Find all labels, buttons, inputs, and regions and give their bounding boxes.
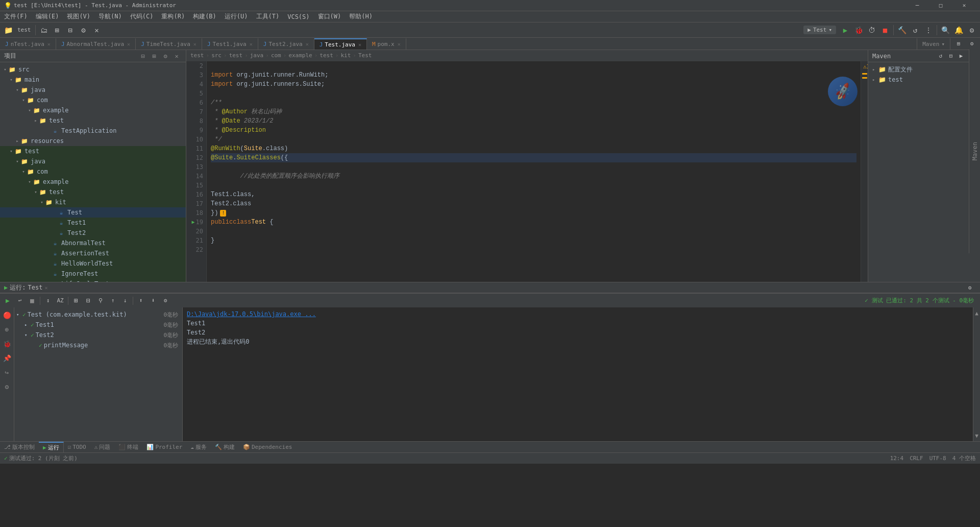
tab-test1[interactable]: J Test1.java ✕ bbox=[202, 38, 258, 50]
settings-gear-btn[interactable]: ⚙ bbox=[966, 24, 978, 36]
refresh-btn[interactable]: ↺ bbox=[909, 24, 921, 36]
collapse-btn[interactable]: ⊟ bbox=[64, 24, 77, 36]
menu-build[interactable]: 构建(B) bbox=[189, 11, 220, 22]
status-line-ending[interactable]: CRLF bbox=[910, 455, 923, 462]
build-btn[interactable]: 🔨 bbox=[896, 24, 908, 36]
editor-settings-btn[interactable]: ⚙ bbox=[966, 38, 978, 50]
bottom-tab-problems[interactable]: ⚠ 问题 bbox=[90, 442, 115, 452]
tree-item-IgnoreTest[interactable]: ▸ ☕ IgnoreTest bbox=[0, 269, 186, 279]
tab-ntest[interactable]: J nTest.java ✕ bbox=[0, 38, 56, 50]
bp-icon-pin[interactable]: 📌 bbox=[2, 352, 13, 364]
debug-button[interactable]: 🐞 bbox=[852, 24, 865, 36]
tab-timetest[interactable]: J TimeTest.java ✕ bbox=[136, 38, 202, 50]
menu-refactor[interactable]: 重构(R) bbox=[157, 11, 189, 22]
tab-close-test2[interactable]: ✕ bbox=[306, 41, 309, 47]
menu-code[interactable]: 代码(C) bbox=[126, 11, 158, 22]
tree-item-example-main[interactable]: ▾ 📁 example bbox=[0, 105, 186, 115]
maven-vertical-text[interactable]: Maven bbox=[971, 142, 978, 160]
close-sidebar-btn[interactable]: ✕ bbox=[91, 24, 103, 36]
rerun-failed-btn[interactable]: ↩ bbox=[14, 295, 26, 306]
bp-scroll-down[interactable]: ▼ bbox=[973, 432, 981, 439]
tree-item-java-main[interactable]: ▾ 📁 java bbox=[0, 85, 186, 95]
bp-icon-forward[interactable]: ↪ bbox=[2, 367, 13, 378]
tab-close-pom[interactable]: ✕ bbox=[398, 41, 401, 47]
sort-tests-btn[interactable]: ↕ bbox=[42, 295, 54, 306]
stop-run-btn[interactable]: ■ bbox=[27, 295, 38, 306]
menu-vcs[interactable]: VCS(S) bbox=[283, 11, 313, 22]
more-actions-btn[interactable]: ⋮ bbox=[922, 24, 935, 36]
tree-item-Test[interactable]: ▸ ☕ Test bbox=[0, 207, 186, 218]
tree-item-LifeCycleTest[interactable]: ▸ ☕ LifeCycleTest bbox=[0, 279, 186, 282]
tree-item-example-test[interactable]: ▾ 📁 example bbox=[0, 177, 186, 187]
maven-item-config[interactable]: ▸ 📁 配置文件 bbox=[870, 64, 978, 75]
tree-item-src[interactable]: ▾ 📁 src bbox=[0, 64, 186, 75]
maven-collapse-btn[interactable]: ⊟ bbox=[946, 52, 955, 61]
bottom-tab-todo[interactable]: ☑ TODO bbox=[64, 443, 90, 451]
tree-item-AbnormalTest[interactable]: ▸ ☕ AbnormalTest bbox=[0, 238, 186, 248]
tree-item-Test2[interactable]: ▸ ☕ Test2 bbox=[0, 228, 186, 238]
tree-item-AssertionTest[interactable]: ▸ ☕ AssertionTest bbox=[0, 248, 186, 258]
tab-close-test1[interactable]: ✕ bbox=[250, 41, 253, 47]
run-bar-test-label[interactable]: Test bbox=[28, 284, 42, 291]
bp-icon-filter[interactable]: ⚙ bbox=[2, 381, 13, 392]
maven-item-test[interactable]: ▸ 📁 test bbox=[870, 75, 978, 85]
project-view-icon[interactable]: 📁 bbox=[2, 24, 14, 36]
tab-test2[interactable]: J Test2.java ✕ bbox=[258, 38, 314, 50]
maximize-button[interactable]: □ bbox=[929, 0, 952, 11]
run-settings-btn[interactable]: ⚙ bbox=[964, 281, 976, 294]
status-indent[interactable]: 4 个空格 bbox=[952, 454, 976, 462]
status-encoding[interactable]: UTF-8 bbox=[929, 455, 946, 462]
breadcrumb-example[interactable]: example bbox=[288, 52, 312, 59]
sidebar-close[interactable]: ✕ bbox=[172, 51, 182, 61]
sidebar-expand-all[interactable]: ⊞ bbox=[149, 51, 159, 61]
maven-run-btn[interactable]: ▶ bbox=[957, 52, 966, 61]
export-test-btn[interactable]: ⬆ bbox=[135, 295, 146, 306]
test-tree-root[interactable]: ▾ ✓ Test (com.example.test.kit) 0毫秒 bbox=[14, 309, 182, 320]
test-settings-btn[interactable]: ⚙ bbox=[160, 295, 171, 306]
notifications-btn[interactable]: 🔔 bbox=[952, 24, 965, 36]
maven-refresh-btn[interactable]: ↺ bbox=[936, 52, 945, 61]
tree-item-kit[interactable]: ▾ 📁 kit bbox=[0, 197, 186, 207]
bp-icon-debug[interactable]: 🐞 bbox=[2, 338, 13, 349]
tree-item-main[interactable]: ▾ 📁 main bbox=[0, 75, 186, 85]
run-config-selector[interactable]: ▶ Test ▾ bbox=[803, 26, 836, 34]
run-bar-close[interactable]: ✕ bbox=[44, 285, 47, 291]
console-path[interactable]: D:\Java\jdk-17.0.5\bin\java.exe ... bbox=[187, 310, 316, 318]
breadcrumb-test3[interactable]: test bbox=[320, 52, 333, 59]
bottom-tab-terminal[interactable]: ⬛ 终端 bbox=[114, 442, 142, 452]
breadcrumb-test2[interactable]: test bbox=[229, 52, 243, 59]
test-tree-test2[interactable]: ▾ ✓ Test2 0毫秒 bbox=[14, 330, 182, 340]
settings-btn[interactable]: ⚙ bbox=[78, 24, 90, 36]
tree-item-java-test[interactable]: ▾ 📁 java bbox=[0, 156, 186, 166]
tab-abnormaltest[interactable]: J AbnormalTest.java ✕ bbox=[56, 38, 136, 50]
tree-item-test-main[interactable]: ▸ 📁 test bbox=[0, 115, 186, 126]
search-everywhere-btn[interactable]: 🔍 bbox=[939, 24, 951, 36]
collapse-tests-btn[interactable]: ⊟ bbox=[83, 295, 94, 306]
menu-run[interactable]: 运行(U) bbox=[220, 11, 252, 22]
breadcrumb-src[interactable]: src bbox=[211, 52, 222, 59]
tree-item-com-test[interactable]: ▾ 📁 com bbox=[0, 166, 186, 177]
menu-tools[interactable]: 工具(T) bbox=[252, 11, 284, 22]
bp-icon-1[interactable]: 🔴 bbox=[2, 309, 13, 321]
sidebar-collapse-all[interactable]: ⊟ bbox=[138, 51, 148, 61]
status-position[interactable]: 12:4 bbox=[890, 455, 904, 462]
tree-item-test-pkg[interactable]: ▾ 📁 test bbox=[0, 187, 186, 197]
menu-file[interactable]: 文件(F) bbox=[0, 11, 32, 22]
tree-item-com-main[interactable]: ▾ 📁 com bbox=[0, 95, 186, 105]
tab-test-active[interactable]: J Test.java ✕ bbox=[314, 38, 367, 50]
stop-button[interactable]: ■ bbox=[879, 24, 891, 36]
run-again-btn[interactable]: ▶ bbox=[2, 295, 13, 306]
tree-item-resources[interactable]: ▸ 📁 resources bbox=[0, 136, 186, 146]
breadcrumb-Test[interactable]: Test bbox=[358, 52, 372, 59]
bottom-tab-profiler[interactable]: 📊 Profiler bbox=[142, 443, 186, 451]
bottom-tab-build[interactable]: 🔨 构建 bbox=[211, 442, 239, 452]
split-btn[interactable]: ⊞ bbox=[952, 38, 965, 50]
menu-navigate[interactable]: 导航(N) bbox=[94, 11, 126, 22]
tab-close-test[interactable]: ✕ bbox=[358, 42, 361, 47]
minimize-button[interactable]: ─ bbox=[905, 0, 929, 11]
import-test-btn[interactable]: ⬇ bbox=[148, 295, 159, 306]
bp-icon-2[interactable]: ⊕ bbox=[2, 324, 13, 335]
run-with-coverage-btn[interactable]: ⏱ bbox=[866, 24, 878, 36]
tab-pom[interactable]: M pom.x ✕ bbox=[367, 38, 406, 50]
sidebar-settings[interactable]: ⚙ bbox=[160, 51, 170, 61]
